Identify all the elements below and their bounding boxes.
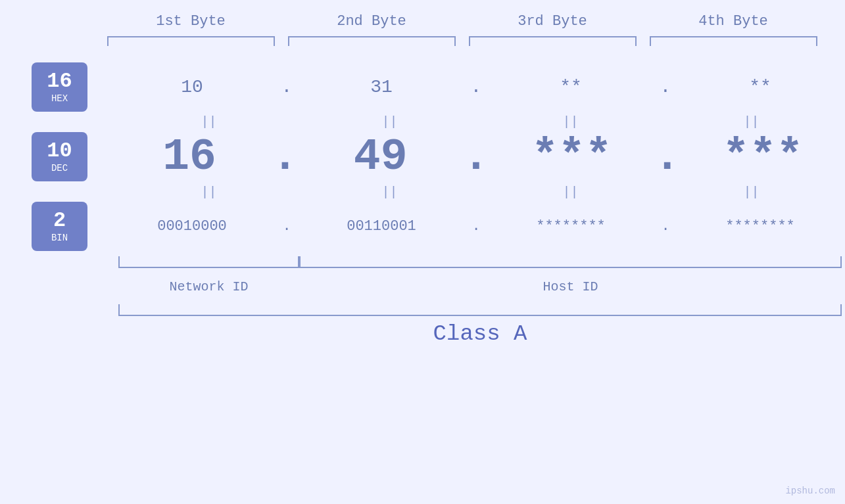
bin-dot3: .	[656, 218, 675, 235]
bin-byte3: ********	[486, 218, 656, 235]
full-bracket	[118, 304, 842, 316]
bracket-byte1	[107, 36, 275, 46]
id-labels: Network ID Host ID	[118, 279, 842, 294]
hex-badge-number: 16	[47, 71, 72, 92]
full-bracket-area	[118, 304, 842, 316]
bracket-byte2	[288, 36, 456, 46]
network-id-label: Network ID	[118, 279, 299, 294]
net-bracket	[118, 256, 299, 268]
bin-dot2: .	[466, 218, 486, 235]
dec-byte4: ***	[681, 131, 845, 182]
bin-row: 2 BIN 00010000 . 00110001 . ******** . *…	[0, 202, 845, 251]
hex-byte4: **	[675, 77, 845, 97]
eq5: ||	[118, 185, 299, 200]
eq1: ||	[118, 114, 299, 129]
dec-byte3: ***	[489, 131, 654, 182]
host-id-label: Host ID	[299, 279, 842, 294]
bin-dot1: .	[277, 218, 297, 235]
bin-badge-number: 2	[53, 210, 66, 231]
bin-byte1: 00010000	[107, 218, 277, 235]
watermark: ipshu.com	[785, 486, 835, 496]
hex-badge-label: HEX	[51, 93, 68, 104]
host-bracket	[299, 256, 842, 268]
eq7: ||	[480, 185, 661, 200]
dec-byte1: 16	[107, 131, 272, 182]
eq3: ||	[480, 114, 661, 129]
bin-badge: 2 BIN	[32, 202, 87, 251]
bracket-byte4	[650, 36, 817, 46]
top-bracket-row	[101, 36, 824, 49]
hex-byte1: 10	[107, 77, 277, 97]
bin-bytes: 00010000 . 00110001 . ******** . *******…	[107, 218, 845, 235]
main-container: 1st Byte 2nd Byte 3rd Byte 4th Byte 16 H…	[0, 0, 845, 504]
hex-bytes: 10 . 31 . ** . **	[107, 77, 845, 97]
hex-dot3: .	[656, 77, 675, 97]
dec-dot1: .	[272, 131, 299, 182]
bottom-bracket-area	[118, 256, 842, 276]
eq6: ||	[299, 185, 480, 200]
eq8: ||	[661, 185, 842, 200]
dec-dot2: .	[463, 131, 490, 182]
hex-dot2: .	[466, 77, 486, 97]
eq4: ||	[661, 114, 842, 129]
hex-byte2: 31	[297, 77, 466, 97]
hex-byte3: **	[486, 77, 656, 97]
dec-bytes: 16 . 49 . *** . ***	[107, 131, 845, 182]
dec-badge-number: 10	[47, 141, 72, 162]
hex-dot1: .	[277, 77, 297, 97]
hex-row: 16 HEX 10 . 31 . ** . **	[0, 62, 845, 112]
dec-badge: 10 DEC	[32, 132, 87, 181]
bin-byte4: ********	[675, 218, 845, 235]
dec-badge-label: DEC	[51, 163, 68, 173]
equals-row-1: || || || ||	[118, 112, 842, 131]
dec-row: 10 DEC 16 . 49 . *** . ***	[0, 131, 845, 182]
hex-badge: 16 HEX	[32, 62, 87, 112]
bin-byte2: 00110001	[297, 218, 466, 235]
equals-row-2: || || || ||	[118, 182, 842, 202]
dec-dot3: .	[654, 131, 681, 182]
bin-badge-label: BIN	[51, 233, 68, 243]
eq2: ||	[299, 114, 480, 129]
byte-headers: 1st Byte 2nd Byte 3rd Byte 4th Byte	[101, 13, 824, 30]
byte3-header: 3rd Byte	[462, 13, 643, 30]
bracket-byte3	[469, 36, 637, 46]
dec-byte2: 49	[299, 131, 463, 182]
byte4-header: 4th Byte	[643, 13, 824, 30]
byte2-header: 2nd Byte	[281, 13, 462, 30]
byte1-header: 1st Byte	[101, 13, 281, 30]
class-label: Class A	[118, 321, 842, 346]
